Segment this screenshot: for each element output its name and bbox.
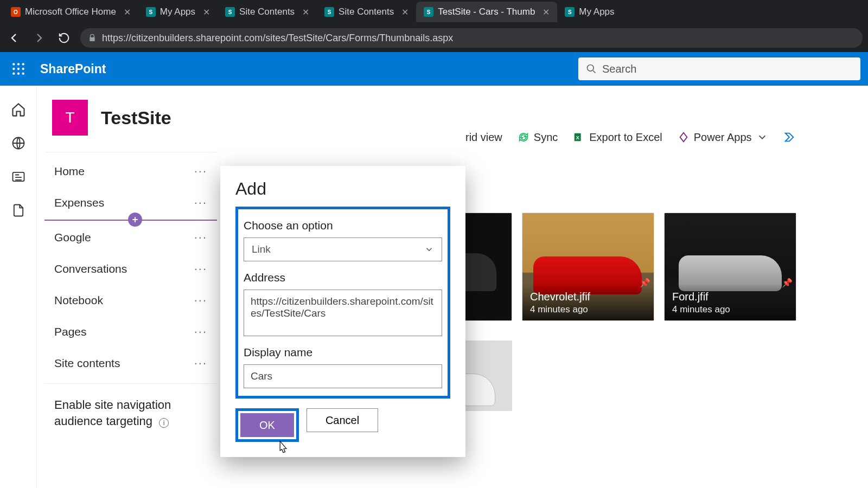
sidebar-item-site-contents[interactable]: Site contents··· bbox=[44, 348, 217, 379]
chevron-down-icon bbox=[756, 131, 768, 143]
file-name: Chevrolet.jfif bbox=[530, 291, 646, 303]
address-row: https://citizenbuilders.sharepoint.com/s… bbox=[0, 24, 868, 52]
files-icon[interactable] bbox=[11, 203, 26, 218]
globe-icon[interactable] bbox=[11, 136, 26, 151]
ellipsis-icon[interactable]: ··· bbox=[194, 196, 207, 210]
forward-button[interactable] bbox=[30, 29, 48, 47]
svg-point-8 bbox=[22, 73, 24, 75]
ok-button[interactable]: OK bbox=[240, 413, 294, 437]
sidebar-item-conversations[interactable]: Conversations··· bbox=[44, 253, 217, 285]
ellipsis-icon[interactable]: ··· bbox=[194, 325, 207, 339]
tab-myapps-1[interactable]: S My Apps ✕ bbox=[138, 2, 218, 22]
sidebar-item-label: Google bbox=[54, 231, 91, 244]
sync-icon bbox=[518, 131, 529, 143]
tab-label: TestSite - Cars - Thumb bbox=[438, 7, 535, 17]
automate-icon bbox=[783, 131, 795, 143]
automate-button[interactable] bbox=[783, 131, 795, 143]
tab-office-home[interactable]: O Microsoft Office Home ✕ bbox=[3, 2, 138, 22]
close-icon[interactable]: ✕ bbox=[542, 7, 550, 17]
reload-button[interactable] bbox=[55, 29, 73, 47]
tab-myapps-2[interactable]: S My Apps bbox=[557, 2, 622, 22]
news-icon[interactable] bbox=[11, 169, 26, 184]
url-bar[interactable]: https://citizenbuilders.sharepoint.com/s… bbox=[80, 28, 863, 48]
info-icon[interactable]: i bbox=[159, 418, 169, 428]
cmd-label: Power Apps bbox=[694, 131, 752, 144]
nav-insert-indicator: + bbox=[44, 220, 217, 221]
tab-site-contents-2[interactable]: S Site Contents ✕ bbox=[317, 2, 416, 22]
grid-view-button[interactable]: rid view bbox=[465, 131, 502, 144]
export-excel-button[interactable]: X Export to Excel bbox=[573, 131, 662, 144]
site-navigation: T TestSite Home··· Expenses··· + Google·… bbox=[37, 86, 221, 488]
site-header: T TestSite bbox=[44, 99, 217, 152]
close-icon[interactable]: ✕ bbox=[401, 7, 409, 17]
option-label: Choose an option bbox=[244, 219, 442, 232]
sidebar-item-label: Home bbox=[54, 165, 85, 178]
ellipsis-icon[interactable]: ··· bbox=[194, 164, 207, 178]
sidebar-item-notebook[interactable]: Notebook··· bbox=[44, 285, 217, 316]
display-name-field[interactable] bbox=[244, 364, 442, 388]
tab-strip: O Microsoft Office Home ✕ S My Apps ✕ S … bbox=[0, 0, 868, 24]
sharepoint-header: SharePoint Search bbox=[0, 52, 868, 86]
svg-point-0 bbox=[12, 63, 15, 65]
back-button[interactable] bbox=[5, 29, 23, 47]
sidebar-item-home[interactable]: Home··· bbox=[44, 156, 217, 187]
site-logo[interactable]: T bbox=[52, 100, 88, 136]
address-field[interactable] bbox=[244, 290, 442, 336]
browser-chrome: O Microsoft Office Home ✕ S My Apps ✕ S … bbox=[0, 0, 868, 52]
add-nav-item-button[interactable]: + bbox=[128, 213, 142, 227]
url-text: https://citizenbuilders.sharepoint.com/s… bbox=[102, 33, 453, 44]
option-select[interactable]: Link bbox=[244, 237, 442, 261]
ellipsis-icon[interactable]: ··· bbox=[194, 293, 207, 307]
ellipsis-icon[interactable]: ··· bbox=[194, 356, 207, 370]
nav-list: Home··· Expenses··· + Google··· Conversa… bbox=[44, 152, 217, 379]
power-apps-button[interactable]: Power Apps bbox=[678, 131, 768, 144]
sidebar-item-pages[interactable]: Pages··· bbox=[44, 316, 217, 348]
file-tile-chevrolet[interactable]: 📌 Chevrolet.jfif 4 minutes ago bbox=[522, 213, 654, 321]
svg-point-2 bbox=[22, 63, 24, 65]
sharepoint-brand[interactable]: SharePoint bbox=[40, 62, 106, 76]
close-icon[interactable]: ✕ bbox=[302, 7, 309, 17]
close-icon[interactable]: ✕ bbox=[203, 7, 210, 17]
favicon-sharepoint: S bbox=[424, 7, 433, 17]
svg-text:X: X bbox=[576, 135, 580, 140]
sync-button[interactable]: Sync bbox=[518, 131, 558, 144]
ellipsis-icon[interactable]: ··· bbox=[194, 230, 207, 245]
cancel-button[interactable]: Cancel bbox=[307, 408, 378, 432]
tile-caption: Chevrolet.jfif 4 minutes ago bbox=[522, 284, 654, 320]
site-title[interactable]: TestSite bbox=[101, 107, 171, 129]
address-label: Address bbox=[244, 271, 442, 284]
tab-label: Site Contents bbox=[339, 7, 394, 17]
display-name-label: Display name bbox=[244, 346, 442, 359]
file-tile-ford[interactable]: 📌 Ford.jfif 4 minutes ago bbox=[664, 213, 796, 321]
highlighted-form-area: Choose an option Link Address Display na… bbox=[235, 207, 450, 399]
search-input[interactable]: Search bbox=[578, 57, 860, 80]
cmd-label: rid view bbox=[465, 131, 502, 144]
lock-icon bbox=[88, 34, 97, 42]
svg-point-6 bbox=[12, 73, 15, 75]
favicon-sharepoint: S bbox=[225, 7, 235, 17]
tab-label: Site Contents bbox=[239, 7, 295, 17]
left-rail bbox=[0, 86, 37, 488]
file-timestamp: 4 minutes ago bbox=[672, 304, 788, 315]
nav-audience-targeting[interactable]: Enable site navigation audience targetin… bbox=[44, 384, 217, 429]
favicon-sharepoint: S bbox=[146, 7, 156, 17]
app-launcher-icon[interactable] bbox=[8, 58, 29, 80]
search-placeholder: Search bbox=[602, 63, 636, 75]
svg-point-9 bbox=[588, 65, 594, 72]
tab-site-contents-1[interactable]: S Site Contents ✕ bbox=[218, 2, 317, 22]
svg-point-3 bbox=[12, 68, 15, 70]
close-icon[interactable]: ✕ bbox=[124, 7, 131, 17]
svg-point-1 bbox=[17, 63, 20, 65]
dialog-buttons: OK Cancel bbox=[235, 399, 450, 442]
search-icon bbox=[586, 63, 597, 74]
favicon-office: O bbox=[11, 7, 21, 17]
sidebar-item-label: Notebook bbox=[54, 294, 103, 307]
tab-testsite-cars[interactable]: S TestSite - Cars - Thumb ✕ bbox=[416, 2, 557, 22]
cmd-label: Sync bbox=[534, 131, 558, 144]
sidebar-item-google[interactable]: Google··· bbox=[44, 222, 217, 253]
sidebar-item-label: Site contents bbox=[54, 357, 120, 370]
command-bar: rid view Sync X Export to Excel Power Ap… bbox=[465, 124, 868, 151]
ellipsis-icon[interactable]: ··· bbox=[194, 262, 207, 276]
sidebar-item-label: Expenses bbox=[54, 196, 104, 209]
home-icon[interactable] bbox=[11, 102, 26, 117]
